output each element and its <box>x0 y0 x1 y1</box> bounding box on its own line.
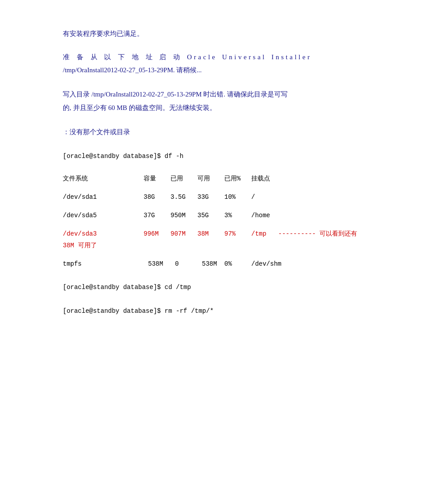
df-sda5-used: 950M <box>170 210 197 221</box>
df-sda5-size: 37G <box>144 210 170 221</box>
df-tmpfs-pct: 0% <box>224 259 251 270</box>
text-error-line1: 写入目录 /tmp/OraInstall2012-02-27_05-13-29P… <box>63 88 379 101</box>
df-col-mount: 挂载点 <box>251 173 287 184</box>
df-row-sda5: /dev/sda5 37G 950M 35G 3% /home <box>63 210 379 221</box>
df-col-avail: 可用 <box>197 173 224 184</box>
df-sda3-comment: ---------- 可以看到还有 <box>278 228 357 240</box>
df-tmpfs-fs: tmpfs <box>63 259 144 270</box>
text-cd-command: [oracle@standby database]$ cd /tmp <box>63 284 191 291</box>
df-tmpfs-used: 0 <box>170 259 197 270</box>
paragraph-4: ：没有那个文件或目录 <box>63 125 379 139</box>
df-col-usepct: 已用% <box>224 173 251 184</box>
df-sda3-mount: /tmp <box>251 228 278 240</box>
df-tmpfs-size: 538M <box>144 259 170 270</box>
paragraph-3: 写入目录 /tmp/OraInstall2012-02-27_05-13-29P… <box>63 88 379 114</box>
page-content: 有安装程序要求均已满足。 准 备 从 以 下 地 址 启 动 Oracle Un… <box>0 0 424 355</box>
text-preparing-line1: 准 备 从 以 下 地 址 启 动 Oracle Universal Insta… <box>63 51 379 63</box>
df-sda5-mount: /home <box>251 210 287 221</box>
text-requirements-met: 有安装程序要求均已满足。 <box>63 30 144 37</box>
df-sda1-mount: / <box>251 192 287 203</box>
df-tmpfs-avail: 538M <box>197 259 224 270</box>
df-header-row: 文件系统 容量 已用 可用 已用% 挂载点 <box>63 173 379 184</box>
df-row-sda3: /dev/sda3 996M 907M 38M 97% /tmp -------… <box>63 228 379 251</box>
df-sda1-pct: 10% <box>224 192 251 203</box>
df-output: 文件系统 容量 已用 可用 已用% 挂载点 /dev/sda1 38G 3.5G… <box>63 173 379 270</box>
df-sda5-pct: 3% <box>224 210 251 221</box>
df-sda1-fs: /dev/sda1 <box>63 192 144 203</box>
paragraph-2: 准 备 从 以 下 地 址 启 动 Oracle Universal Insta… <box>63 51 379 77</box>
df-sda3-fs: /dev/sda3 <box>63 228 144 240</box>
df-tmpfs-mount: /dev/shm <box>251 259 296 270</box>
df-sda5-avail: 35G <box>197 210 224 221</box>
paragraph-cd-command: [oracle@standby database]$ cd /tmp <box>63 280 379 294</box>
df-sda3-size: 996M <box>144 228 170 240</box>
df-sda5-fs: /dev/sda5 <box>63 210 144 221</box>
df-col-filesystem: 文件系统 <box>63 173 144 184</box>
df-sda3-comment2: 38M 可用了 <box>63 240 379 251</box>
df-sda3-pct: 97% <box>224 228 251 240</box>
df-sda1-size: 38G <box>144 192 170 203</box>
text-rm-command: [oracle@standby database]$ rm -rf /tmp/* <box>63 307 214 315</box>
paragraph-df-command: [oracle@standby database]$ df -h <box>63 149 379 162</box>
df-sda1-avail: 33G <box>197 192 224 203</box>
df-sda3-used: 907M <box>170 228 197 240</box>
df-row-tmpfs: tmpfs 538M 0 538M 0% /dev/shm <box>63 259 379 270</box>
df-row-sda1: /dev/sda1 38G 3.5G 33G 10% / <box>63 192 379 203</box>
paragraph-1: 有安装程序要求均已满足。 <box>63 27 379 40</box>
text-preparing-line2: /tmp/OraInstall2012-02-27_05-13-29PM. 请稍… <box>63 63 379 77</box>
text-df-command: [oracle@standby database]$ df -h <box>63 153 184 160</box>
df-col-used: 已用 <box>170 173 197 184</box>
df-sda3-avail: 38M <box>197 228 224 240</box>
df-row-sda3-content: /dev/sda3 996M 907M 38M 97% /tmp -------… <box>63 228 379 240</box>
text-no-file: ：没有那个文件或目录 <box>63 128 130 136</box>
df-sda1-used: 3.5G <box>170 192 197 203</box>
text-error-line2: 的, 并且至少有 60 MB 的磁盘空间。无法继续安装。 <box>63 101 379 114</box>
paragraph-rm-command: [oracle@standby database]$ rm -rf /tmp/* <box>63 304 379 317</box>
df-col-size: 容量 <box>144 173 170 184</box>
